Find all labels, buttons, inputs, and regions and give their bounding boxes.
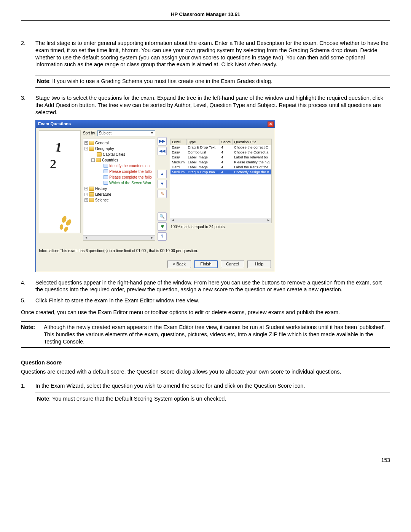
col-score[interactable]: Score [220, 139, 233, 145]
step-body: The first stage is to enter general supp… [35, 40, 390, 68]
cell-type: Drag & Drop Ima... [186, 169, 220, 174]
page-footer: 153 [21, 455, 390, 463]
chevron-down-icon: ▼ [150, 131, 154, 136]
tree-node-countries: - Countries [91, 157, 152, 163]
cancel-button[interactable]: Cancel [221, 260, 244, 268]
tree-label[interactable]: General [95, 141, 109, 145]
collapse-icon[interactable]: - [84, 147, 88, 150]
step-body: Click Finish to store the exam in the Ex… [35, 297, 390, 304]
table-header-row[interactable]: Level Type Score Question Title [170, 139, 271, 145]
remove-question-button[interactable]: ◀◀ [158, 147, 167, 155]
col-title[interactable]: Question Title [233, 139, 271, 145]
expand-icon[interactable]: + [84, 193, 88, 196]
sortby-select[interactable]: Subject ▼ [97, 130, 155, 136]
tree-node-general: + General [84, 140, 154, 146]
question-icon [104, 181, 108, 185]
tree-pane[interactable]: + General - Geography [83, 139, 155, 241]
col-type[interactable]: Type [186, 139, 220, 145]
step-body: Stage two is to select the questions for… [35, 94, 390, 116]
question-icon [104, 164, 108, 168]
tree-label[interactable]: Geography [95, 146, 114, 151]
dialog-button-row: < Back Finish Cancel Help [36, 255, 275, 272]
tree-question: Please complete the follo [98, 169, 152, 174]
back-button[interactable]: < Back [167, 260, 191, 268]
table-row[interactable]: MediumDrag & Drop Ima...4Correctly assig… [170, 169, 271, 174]
tree-label[interactable]: History [95, 186, 107, 191]
note-2: Note: Although the newly created exam ap… [21, 321, 390, 348]
tree-question: Please complete the follo [98, 174, 152, 180]
cell-type: Combo List [186, 150, 220, 155]
cell-type: Label Image [186, 165, 220, 169]
tree-label[interactable]: Capital Cities [103, 152, 125, 157]
cell-title: Please identify the hig [233, 160, 271, 165]
step-body: Selected questions appear in the right-h… [35, 279, 390, 294]
table-hscrollbar[interactable]: ◄► [170, 218, 271, 223]
question-icon [104, 169, 108, 173]
folder-icon [96, 158, 101, 162]
step-list-a: 2. The first stage is to enter general s… [21, 40, 390, 68]
selected-questions-table[interactable]: Level Type Score Question Title EasyDrag… [170, 139, 272, 223]
note-2-text: Although the newly created exam appears … [44, 324, 390, 345]
cell-title: Choose the correct C [233, 145, 271, 150]
cell-level: Easy [170, 145, 186, 150]
dialog-title: Exam Questions [38, 121, 71, 126]
tree-label[interactable]: Literature [95, 192, 111, 197]
cell-score: 4 [220, 169, 233, 174]
expand-icon[interactable]: + [84, 198, 88, 202]
help-icon-button[interactable]: ? [158, 232, 167, 241]
folder-icon [89, 198, 94, 202]
cell-score: 4 [220, 165, 233, 169]
table-row[interactable]: EasyLabel Image4Label the relevant bo [170, 155, 271, 160]
folder-icon [89, 187, 94, 191]
edit-question-button[interactable]: ✎ [158, 190, 167, 198]
cell-score: 4 [220, 160, 233, 165]
tree-hscrollbar[interactable]: ◄► [83, 235, 155, 240]
tree-node-geography: - Geography [84, 146, 154, 152]
cell-score: 4 [220, 145, 233, 150]
cell-level: Easy [170, 150, 186, 155]
tree-label[interactable]: Which of the Seven Won [109, 181, 151, 185]
note-1: Note: If you wish to use a Grading Schem… [35, 75, 390, 88]
tree-node-history: + History [84, 186, 154, 192]
col-level[interactable]: Level [170, 139, 186, 145]
tree-label[interactable]: Countries [102, 158, 118, 163]
table-row[interactable]: EasyCombo List4Choose the Correct a [170, 150, 271, 155]
table-row[interactable]: MediumLabel Image4Please identify the hi… [170, 160, 271, 165]
tree-label[interactable]: Science [95, 198, 109, 203]
collapse-icon[interactable]: - [91, 158, 95, 162]
question-score-button[interactable]: ✱ [158, 222, 167, 231]
expand-icon[interactable]: + [84, 141, 88, 145]
cell-score: 4 [220, 155, 233, 160]
step-num: 5. [21, 297, 35, 304]
cell-level: Medium [170, 160, 186, 165]
exam-questions-dialog: Exam Questions ✕ 1 2 Sort by Subject ▼ [35, 120, 275, 272]
tree-label[interactable]: Please complete the follo [109, 175, 152, 180]
note-1-text: : If you wish to use a Grading Schema yo… [49, 78, 272, 84]
preview-question-button[interactable]: 🔍 [158, 212, 167, 221]
sortby-label: Sort by [83, 131, 95, 136]
cell-level: Easy [170, 155, 186, 160]
expand-icon[interactable]: + [84, 187, 88, 190]
dialog-titlebar[interactable]: Exam Questions ✕ [36, 120, 275, 128]
table-row[interactable]: EasyDrag & Drop Text4Choose the correct … [170, 145, 271, 150]
cell-title: Choose the Correct a [233, 150, 271, 155]
tree-label[interactable]: Identify the countries on [109, 163, 150, 168]
qs-step-list: 1. In the Exam Wizard, select the questi… [21, 382, 390, 405]
table-row[interactable]: HardLabel Image4Label the Parts of the [170, 165, 271, 169]
note-2-label: Note: [21, 324, 44, 345]
close-icon[interactable]: ✕ [268, 121, 274, 127]
tree-node-literature: + Literature [84, 192, 154, 197]
help-button[interactable]: Help [247, 260, 271, 268]
move-up-button[interactable]: ▲ [158, 170, 167, 178]
finish-button[interactable]: Finish [194, 260, 218, 268]
add-question-button[interactable]: ▶▶ [158, 137, 167, 145]
folder-icon [89, 192, 94, 197]
move-down-button[interactable]: ▼ [158, 180, 167, 188]
step-num: 4. [21, 279, 35, 294]
doc-header: HP Classroom Manager 10.61 [21, 11, 390, 21]
qs-note-label: Note [37, 396, 49, 402]
tree-label[interactable]: Please complete the follo [109, 169, 152, 174]
cell-title: Label the Parts of the [233, 165, 271, 169]
step-list-a2: 3. Stage two is to select the questions … [21, 94, 390, 116]
sortby-value: Subject [99, 131, 112, 136]
